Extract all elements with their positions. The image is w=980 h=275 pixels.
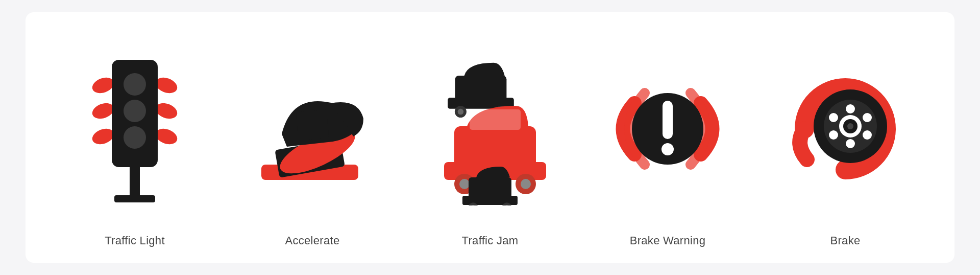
brake-label: Brake (830, 234, 861, 247)
icon-card-brake: Brake (756, 22, 934, 253)
svg-point-46 (863, 130, 872, 140)
svg-point-48 (847, 123, 853, 129)
brake-icon-area (762, 33, 929, 225)
svg-point-9 (124, 126, 146, 149)
icon-grid: Traffic Light Accelerate (26, 12, 954, 263)
brake-warning-icon-area (584, 33, 751, 225)
svg-point-26 (459, 179, 470, 189)
accelerate-icon-area (229, 33, 396, 225)
svg-point-20 (458, 109, 464, 115)
svg-point-27 (521, 179, 531, 189)
traffic-jam-icon (434, 52, 546, 205)
accelerate-icon (251, 52, 374, 205)
svg-rect-11 (114, 195, 155, 202)
svg-rect-15 (296, 109, 329, 140)
svg-point-43 (829, 113, 838, 122)
traffic-light-icon (84, 50, 186, 208)
svg-point-44 (863, 113, 872, 122)
svg-rect-36 (663, 101, 673, 139)
accelerate-label: Accelerate (285, 234, 340, 247)
icon-card-brake-warning: Brake Warning (579, 22, 756, 253)
traffic-jam-icon-area (406, 33, 574, 225)
traffic-light-label: Traffic Light (105, 234, 165, 247)
brake-warning-icon (601, 62, 734, 195)
brake-warning-label: Brake Warning (630, 234, 706, 247)
svg-point-45 (829, 130, 838, 140)
svg-rect-28 (470, 109, 521, 130)
svg-rect-10 (130, 167, 140, 198)
icon-card-traffic-light: Traffic Light (46, 22, 224, 253)
traffic-jam-label: Traffic Jam (462, 234, 519, 247)
svg-point-42 (846, 139, 855, 148)
traffic-light-icon-area (51, 33, 218, 225)
icon-card-traffic-jam: Traffic Jam (401, 22, 579, 253)
icon-card-accelerate: Accelerate (224, 22, 401, 253)
svg-point-7 (124, 73, 146, 96)
svg-point-37 (662, 143, 674, 155)
svg-point-41 (846, 104, 855, 113)
svg-point-8 (124, 100, 146, 122)
brake-icon (779, 62, 912, 195)
